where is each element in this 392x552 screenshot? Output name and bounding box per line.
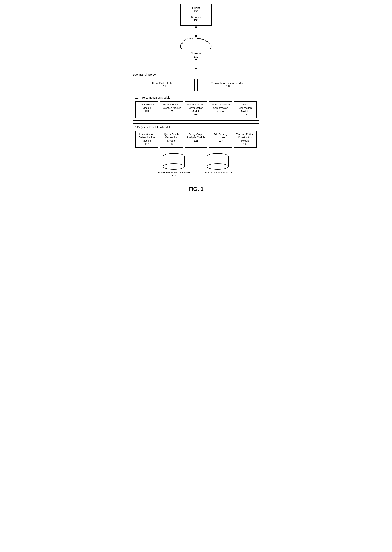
browser-id: 133 <box>188 19 204 22</box>
transfer-pattern-computation-box: Transfer Pattern Computation Module 109 <box>184 101 208 118</box>
local-station-determination-box: Local Station Determination Module 117 <box>135 131 158 148</box>
precomp-module-title: 103 Pre-computation Module <box>135 96 257 99</box>
transit-db-icon <box>205 153 230 170</box>
local-station-id: 117 <box>145 142 149 145</box>
route-db-container: Route Information Database 125 <box>158 153 190 177</box>
query-graph-generation-box: Query Graph Generation Module 119 <box>160 131 183 148</box>
transit-server-title: 100 Transit Server <box>133 73 259 76</box>
arrow-down-icon-2 <box>195 68 197 70</box>
network-container: Network 137 <box>176 37 216 58</box>
global-station-id: 107 <box>169 110 174 113</box>
transfer-pattern-construction-box: Transfer Pattern Construction Module 135 <box>234 131 257 148</box>
arrow-up-icon-2 <box>195 58 197 60</box>
query-graph-analysis-box: Query Graph Analysis Module 121 <box>184 131 208 148</box>
browser-label: Browser <box>188 16 204 19</box>
direct-connection-label: Direct Connection Module <box>239 103 252 113</box>
svg-point-11 <box>207 163 228 169</box>
arrow-line <box>196 28 196 35</box>
figure-label: FIG. 1 <box>189 186 203 192</box>
global-station-selection-box: Global Station Selection Module 107 <box>160 101 183 118</box>
route-db-label: Route Information Database 125 <box>158 171 190 177</box>
client-box: Client 131 Browser 133 <box>180 4 212 26</box>
client-label: Client <box>185 6 207 10</box>
client-network-arrow <box>195 26 197 37</box>
interfaces-row: Front End Interface 101 Transit Informat… <box>133 78 259 91</box>
route-db-icon <box>161 153 186 170</box>
local-station-label: Local Station Determination Module <box>139 133 155 142</box>
query-graph-analysis-id: 121 <box>194 139 198 142</box>
global-station-label: Global Station Selection Module <box>162 103 181 109</box>
direct-connection-module-box: Direct Connection Module 113 <box>234 101 257 118</box>
transfer-pattern-construction-id: 135 <box>243 142 247 145</box>
transfer-pattern-construction-label: Transfer Pattern Construction Module <box>236 133 254 142</box>
transfer-pattern-comp-label: Transfer Pattern Computation Module <box>187 103 205 113</box>
direct-connection-id: 113 <box>243 113 247 116</box>
transfer-pattern-compress-label: Transfer Pattern Compression Module <box>212 103 230 113</box>
transit-graph-module-box: Transit Graph Module 105 <box>135 101 158 118</box>
transit-db-container: Transit Information Database 127 <box>202 153 234 177</box>
client-id: 131 <box>185 10 207 13</box>
query-graph-gen-label: Query Graph Generation Module <box>164 133 179 142</box>
browser-box: Browser 133 <box>185 14 207 23</box>
arrow-up-icon <box>195 26 197 28</box>
svg-point-4 <box>163 163 184 169</box>
transit-info-interface-box: Transit Information Interface 129 <box>197 78 259 91</box>
precomp-submodules-row: Transit Graph Module 105 Global Station … <box>135 101 257 118</box>
query-graph-analysis-label: Query Graph Analysis Module <box>187 133 205 139</box>
network-label: Network 137 <box>190 51 201 58</box>
query-submodules-row: Local Station Determination Module 117 Q… <box>135 131 257 148</box>
query-graph-gen-id: 119 <box>169 142 174 145</box>
arrow-line-2 <box>196 60 196 68</box>
arrow-down-icon <box>195 35 197 37</box>
transit-server-box: 100 Transit Server Front End Interface 1… <box>130 70 262 180</box>
network-server-arrow <box>195 58 197 70</box>
transfer-pattern-comp-id: 109 <box>194 113 198 116</box>
databases-row: Route Information Database 125 Transit I… <box>133 153 259 177</box>
transit-info-label: Transit Information Interface <box>202 82 255 85</box>
network-cloud <box>176 37 216 51</box>
transfer-pattern-compression-box: Transfer Pattern Compression Module 111 <box>209 101 232 118</box>
trip-serving-id: 123 <box>219 139 223 142</box>
precomp-module-box: 103 Pre-computation Module Transit Graph… <box>133 94 259 121</box>
diagram: Client 131 Browser 133 Network 137 1 <box>130 4 262 192</box>
front-end-label: Front End Interface <box>137 82 190 85</box>
front-end-interface-box: Front End Interface 101 <box>133 78 195 91</box>
query-module-box: 115 Query Resolution Module Local Statio… <box>133 123 259 150</box>
transit-db-label: Transit Information Database 127 <box>202 171 234 177</box>
trip-serving-module-box: Trip Serving Module 123 <box>209 131 232 148</box>
transit-graph-module-id: 105 <box>145 110 149 113</box>
trip-serving-label: Trip Serving Module <box>214 133 228 139</box>
transit-graph-module-label: Transit Graph Module <box>139 103 154 109</box>
transit-info-id: 129 <box>202 85 255 88</box>
transfer-pattern-compress-id: 111 <box>219 113 223 116</box>
query-module-title: 115 Query Resolution Module <box>135 126 257 129</box>
front-end-id: 101 <box>137 85 190 88</box>
